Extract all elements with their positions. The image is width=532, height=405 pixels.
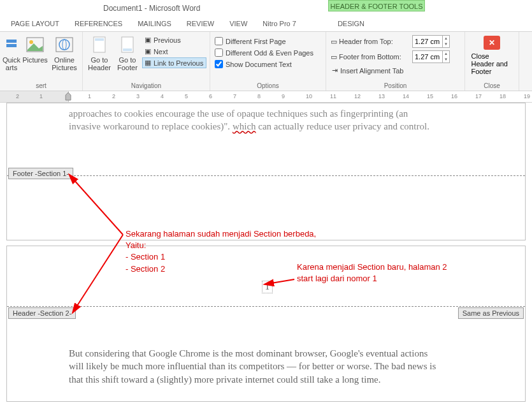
ruler-tick: 10 — [306, 93, 312, 99]
tab-design[interactable]: DESIGN — [313, 17, 389, 30]
title-bar: Document1 - Microsoft Word HEADER & FOOT… — [0, 0, 532, 16]
svg-point-5 — [59, 40, 69, 50]
insert-alignment-tab-button[interactable]: ⇥Insert Alignment Tab — [329, 65, 451, 76]
group-position: ▭ Header from Top: ▲▼ ▭ Footer from Bott… — [326, 32, 465, 91]
svg-line-12 — [76, 235, 123, 307]
ruler-tick: 19 — [524, 93, 530, 99]
next-icon: ▣ — [145, 47, 151, 55]
group-navigation: Go to Header Go to Footer ▣Previous ▣Nex… — [83, 32, 210, 91]
ruler-tick: 17 — [475, 93, 482, 99]
footer-bottom-icon: ▭ — [331, 53, 337, 61]
close-header-footer-button[interactable]: ✕ Close Header and Footer — [471, 33, 513, 75]
ruler-tick: 15 — [427, 93, 433, 99]
group-close: ✕ Close Header and Footer Close — [465, 32, 519, 91]
close-icon: ✕ — [484, 36, 500, 50]
annotation-1: Sekarang halaman sudah menjadi Section b… — [126, 228, 316, 275]
context-tab-header-footer: HEADER & FOOTER TOOLS — [328, 0, 425, 11]
previous-icon: ▣ — [145, 36, 151, 44]
ruler-tick: 1 — [40, 93, 43, 99]
ruler-tick: 3 — [136, 93, 140, 99]
document-area: approaches to cookies encourage the use … — [0, 103, 532, 402]
body-text: But considering that Google Chrome is th… — [69, 347, 506, 386]
ruler-tick: 14 — [403, 93, 409, 99]
ruler-tick: 2 — [112, 93, 115, 99]
ruler-tick: 8 — [257, 93, 261, 99]
ribbon-tabs: PAGE LAYOUT REFERENCES MAILINGS REVIEW V… — [0, 16, 532, 32]
arrow-2 — [268, 277, 299, 290]
online-pictures-icon — [54, 34, 75, 55]
group-insert: Quick arts Pictures Online Pictures sert — [0, 32, 83, 91]
ruler-tick: 11 — [330, 93, 336, 99]
footer-from-bottom-spinner[interactable]: ▲▼ — [412, 50, 450, 63]
header-from-top-spinner[interactable]: ▲▼ — [412, 35, 450, 48]
tab-references[interactable]: REFERENCES — [67, 17, 130, 30]
goto-header-button[interactable]: Go to Header — [86, 33, 113, 71]
online-pictures-button[interactable]: Online Pictures — [50, 33, 78, 71]
indent-marker[interactable] — [65, 91, 71, 103]
header-section-label: Header -Section 2- — [8, 307, 76, 319]
ruler-tick: 9 — [282, 93, 285, 99]
quick-parts-icon — [1, 34, 22, 55]
quick-parts-button[interactable]: Quick arts — [3, 33, 20, 71]
document-title: Document1 - Microsoft Word — [103, 4, 201, 13]
footer-section-label: Footer -Section 1- — [8, 168, 73, 179]
goto-header-icon — [89, 34, 110, 55]
annotation-2: Karena menjadi Section baru, halaman 2 s… — [297, 261, 447, 284]
ruler-tick: 12 — [354, 93, 361, 99]
spinner-up-icon[interactable]: ▲ — [443, 36, 449, 41]
svg-point-3 — [29, 40, 33, 44]
link-icon: ▦ — [145, 59, 151, 67]
different-odd-even-check[interactable]: Different Odd & Even Pages — [213, 47, 315, 58]
tab-page-layout[interactable]: PAGE LAYOUT — [3, 17, 67, 30]
ruler-tick: 6 — [209, 93, 212, 99]
svg-rect-1 — [6, 44, 17, 47]
svg-rect-8 — [95, 38, 104, 41]
header-top-icon: ▭ — [331, 38, 337, 46]
goto-footer-icon — [117, 34, 138, 55]
body-text: approaches to cookies encourage the use … — [69, 107, 487, 133]
ruler-tick: 16 — [451, 93, 457, 99]
ruler-tick: 13 — [378, 93, 385, 99]
svg-point-6 — [62, 40, 66, 50]
spinner-down-icon[interactable]: ▼ — [443, 41, 449, 47]
tab-mailings[interactable]: MAILINGS — [130, 17, 179, 30]
tab-view[interactable]: VIEW — [222, 17, 255, 30]
ruler-tick: 2 — [16, 93, 19, 99]
tab-review[interactable]: REVIEW — [179, 17, 222, 30]
same-as-previous-label: Same as Previous — [458, 307, 524, 319]
svg-rect-0 — [6, 40, 17, 43]
svg-line-11 — [74, 180, 123, 235]
horizontal-ruler[interactable]: 12345678910111213141516171819 2 1 — [0, 91, 532, 103]
footer-from-bottom-label: Footer from Bottom: — [339, 53, 410, 61]
svg-line-13 — [271, 279, 294, 283]
link-to-previous-button[interactable]: ▦Link to Previous — [142, 57, 206, 68]
pictures-icon — [25, 34, 45, 55]
ruler-tick: 18 — [500, 93, 506, 99]
previous-button[interactable]: ▣Previous — [142, 34, 206, 45]
ruler-tick: 4 — [161, 93, 164, 99]
show-document-text-check[interactable]: Show Document Text — [213, 59, 315, 70]
spinner-down-icon[interactable]: ▼ — [443, 57, 449, 63]
align-tab-icon: ⇥ — [332, 66, 338, 75]
svg-rect-10 — [123, 48, 132, 51]
next-button[interactable]: ▣Next — [142, 46, 206, 57]
group-options: Different First Page Different Odd & Eve… — [210, 32, 326, 91]
different-first-page-check[interactable]: Different First Page — [213, 36, 315, 47]
ruler-tick: 7 — [233, 93, 236, 99]
spinner-up-icon[interactable]: ▲ — [443, 51, 449, 57]
ruler-tick: 1 — [88, 93, 91, 99]
ruler-tick: 5 — [185, 93, 188, 99]
tab-nitro[interactable]: Nitro Pro 7 — [255, 17, 304, 30]
goto-footer-button[interactable]: Go to Footer — [114, 33, 141, 71]
header-from-top-label: Header from Top: — [339, 38, 410, 45]
ribbon: Quick arts Pictures Online Pictures sert… — [0, 32, 532, 91]
pictures-button[interactable]: Pictures — [21, 33, 49, 64]
arrow-1 — [69, 176, 133, 310]
